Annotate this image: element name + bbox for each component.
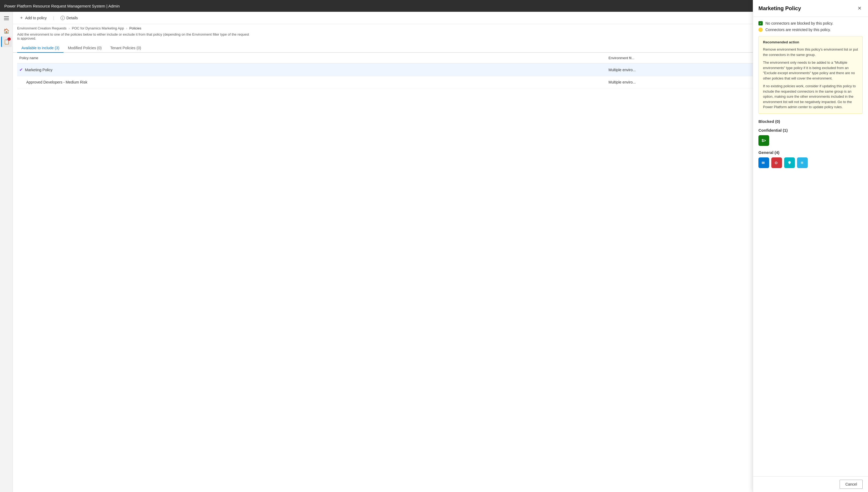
status-item-green: ✓ No connectors are blocked by this poli… bbox=[758, 21, 863, 25]
connector-green-icon bbox=[784, 157, 795, 168]
details-button[interactable]: i Details bbox=[58, 15, 80, 21]
svg-text:❄: ❄ bbox=[800, 161, 804, 165]
rec-action-text-1: The environment only needs to be added t… bbox=[763, 60, 858, 81]
tab-tenant[interactable]: Tenant Policies (0) bbox=[106, 44, 145, 53]
rec-action-text-0: Remove environment from this policy's en… bbox=[763, 47, 858, 57]
table-row[interactable]: Approved Developers - Medium Risk Multip… bbox=[17, 76, 864, 88]
general-icons: ✉ O bbox=[758, 157, 863, 168]
panel-close-button[interactable]: ✕ bbox=[857, 4, 863, 12]
app-title: Power Platform Resource Request Manageme… bbox=[4, 4, 120, 8]
sidebar: 🏠 📋 1 bbox=[0, 12, 13, 492]
panel-body: ✓ No connectors are blocked by this poli… bbox=[753, 17, 868, 476]
svg-text:✉: ✉ bbox=[761, 161, 765, 165]
blocked-section-title: Blocked (0) bbox=[758, 119, 863, 124]
col-env-filter-label: Environment fil... bbox=[608, 56, 634, 60]
connector-scripting-icon: $> bbox=[758, 135, 769, 146]
yellow-dot-icon bbox=[758, 28, 763, 32]
breadcrumb-sep-1: › bbox=[126, 26, 127, 30]
status-text-green: No connectors are blocked by this policy… bbox=[766, 21, 833, 25]
policy-table: Policy name Environment fil... ✔ Marketi… bbox=[17, 53, 864, 88]
sidebar-item-requests[interactable]: 📋 1 bbox=[1, 36, 12, 47]
status-list: ✓ No connectors are blocked by this poli… bbox=[758, 21, 863, 32]
content-area: ＋ Add to policy | i Details Environment … bbox=[13, 12, 868, 492]
hamburger-menu[interactable] bbox=[2, 14, 11, 23]
table-container: Policy name Environment fil... ✔ Marketi… bbox=[13, 53, 868, 492]
svg-text:O: O bbox=[775, 161, 777, 165]
add-to-policy-button[interactable]: ＋ Add to policy bbox=[17, 14, 49, 22]
toolbar-divider: | bbox=[53, 16, 54, 20]
col-policy-name: Policy name bbox=[17, 53, 606, 64]
col-policy-name-label: Policy name bbox=[19, 56, 38, 60]
policy-name-cell-2: Approved Developers - Medium Risk bbox=[17, 76, 606, 88]
panel-title: Marketing Policy bbox=[758, 5, 801, 11]
tab-available[interactable]: Available to include (3) bbox=[17, 44, 64, 53]
confidential-section-title: Confidential (1) bbox=[758, 128, 863, 132]
plus-icon: ＋ bbox=[19, 15, 24, 21]
rec-action-title: Recommended action bbox=[763, 40, 858, 44]
app-layout: 🏠 📋 1 ＋ Add to policy | i Details Enviro… bbox=[0, 12, 868, 492]
policy-name-cell: ✔ Marketing Policy bbox=[17, 64, 606, 76]
green-check-icon: ✓ bbox=[758, 21, 763, 25]
connector-snowflake-icon: ❄ bbox=[797, 157, 808, 168]
info-icon: i bbox=[61, 16, 65, 20]
details-label: Details bbox=[66, 16, 78, 20]
breadcrumb: Environment Creation Requests › POC for … bbox=[13, 24, 868, 31]
breadcrumb-item-1[interactable]: POC for Dynamics Marketing App bbox=[72, 26, 124, 30]
home-icon: 🏠 bbox=[3, 28, 9, 34]
breadcrumb-sep-0: › bbox=[69, 26, 70, 30]
tabs: Available to include (3) Modified Polici… bbox=[13, 44, 868, 53]
svg-text:$>: $> bbox=[761, 139, 766, 143]
connector-office365-icon: O bbox=[771, 157, 782, 168]
tab-tenant-label: Tenant Policies (0) bbox=[110, 46, 141, 50]
breadcrumb-item-2: Policies bbox=[130, 26, 141, 30]
top-bar: Power Platform Resource Request Manageme… bbox=[0, 0, 868, 12]
blocked-section: Blocked (0) bbox=[758, 119, 863, 124]
confidential-icons: $> bbox=[758, 135, 863, 146]
table-row[interactable]: ✔ Marketing Policy Multiple enviro... bbox=[17, 64, 864, 76]
policy-name-text: Marketing Policy bbox=[25, 68, 52, 72]
confidential-section: Confidential (1) $> bbox=[758, 128, 863, 146]
add-to-policy-label: Add to policy bbox=[25, 16, 47, 20]
page-description: Add the environment to one of the polici… bbox=[13, 31, 254, 44]
panel-header: Marketing Policy ✕ bbox=[753, 0, 868, 17]
sidebar-item-home[interactable]: 🏠 bbox=[1, 26, 12, 36]
general-section: General (4) ✉ O bbox=[758, 150, 863, 168]
tab-modified-label: Modified Policies (0) bbox=[68, 46, 101, 50]
recommended-action-box: Recommended action Remove environment fr… bbox=[758, 36, 863, 114]
rec-action-text-2: If no existing policies work, consider i… bbox=[763, 83, 858, 110]
cancel-button[interactable]: Cancel bbox=[840, 480, 863, 489]
status-text-yellow: Connectors are restricted by this policy… bbox=[766, 28, 831, 32]
tab-modified[interactable]: Modified Policies (0) bbox=[64, 44, 106, 53]
tab-available-label: Available to include (3) bbox=[21, 46, 59, 50]
general-section-title: General (4) bbox=[758, 150, 863, 155]
panel-footer: Cancel bbox=[753, 476, 868, 492]
side-panel: Marketing Policy ✕ ✓ No connectors are b… bbox=[753, 0, 868, 492]
selected-check-icon: ✔ bbox=[19, 67, 23, 72]
connector-exchange-icon: ✉ bbox=[758, 157, 769, 168]
requests-badge: 1 bbox=[7, 38, 11, 41]
toolbar: ＋ Add to policy | i Details bbox=[13, 12, 868, 24]
status-item-yellow: Connectors are restricted by this policy… bbox=[758, 28, 863, 32]
breadcrumb-item-0[interactable]: Environment Creation Requests bbox=[17, 26, 66, 30]
policy-name-text-2: Approved Developers - Medium Risk bbox=[26, 80, 87, 84]
